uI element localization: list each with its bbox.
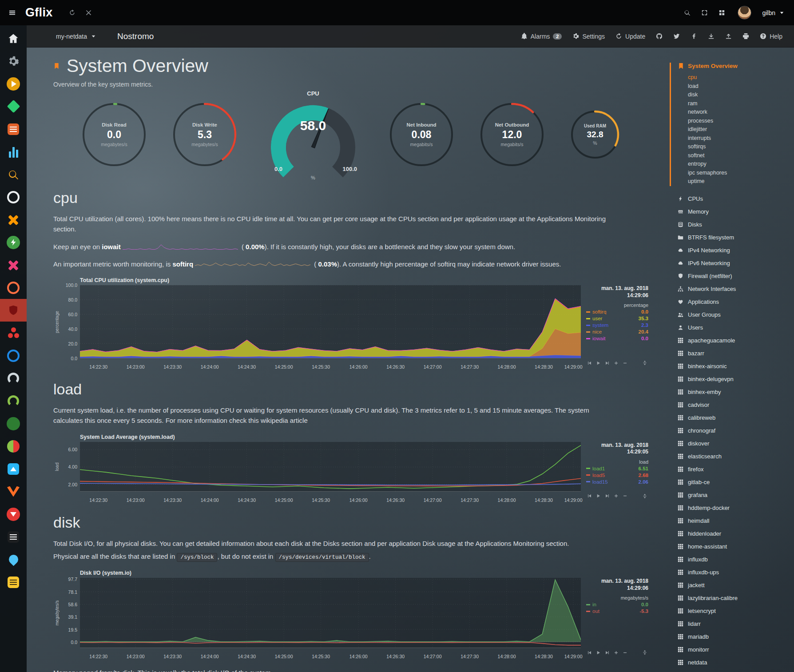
upload-icon[interactable] — [725, 33, 732, 40]
toc-item-softirqs[interactable]: softirqs — [688, 143, 790, 151]
toc-section-influxdb-ups[interactable]: influxdb-ups — [678, 566, 790, 579]
toc-section-disks[interactable]: Disks — [678, 218, 790, 231]
chart-zoom-out-button[interactable] — [623, 361, 627, 366]
chart-plot-area[interactable] — [80, 578, 581, 648]
toc-section-binhex-delugevpn[interactable]: binhex-delugevpn — [678, 373, 790, 386]
lazy-app-icon[interactable] — [0, 525, 27, 548]
cpu-chart[interactable]: Total CPU utilization (system.cpu)percen… — [53, 277, 648, 367]
split-circle-app-icon[interactable] — [0, 435, 27, 457]
toc-section-diskover[interactable]: diskover — [678, 437, 790, 450]
diamond-app-icon[interactable] — [0, 95, 27, 118]
search-icon[interactable] — [684, 9, 691, 16]
toc-item-load[interactable]: load — [688, 82, 790, 91]
bolt-circle-app-icon[interactable] — [0, 231, 27, 254]
toc-section-binhex-emby[interactable]: binhex-emby — [678, 386, 790, 398]
gear-icon[interactable] — [0, 50, 27, 72]
toc-item-interrupts[interactable]: interrupts — [688, 134, 790, 143]
home-icon[interactable] — [0, 27, 27, 50]
chart-resize-handle[interactable] — [642, 650, 647, 655]
toc-item-system-overview[interactable]: System Overview — [678, 63, 790, 69]
toc-section-gitlab-ce[interactable]: gitlab-ce — [678, 476, 790, 489]
toc-section-jackett[interactable]: jackett — [678, 579, 790, 592]
legend-row-system[interactable]: system2.3 — [586, 322, 648, 328]
legend-row-out[interactable]: out-5.3 — [586, 608, 648, 614]
chart-resize-handle[interactable] — [642, 360, 647, 366]
chart-play-button[interactable] — [596, 493, 601, 498]
github-icon[interactable] — [656, 33, 663, 40]
toc-item-processes[interactable]: processes — [688, 117, 790, 126]
chart-pan-right-button[interactable] — [605, 361, 610, 366]
chart-play-button[interactable] — [596, 361, 601, 366]
chart-pan-left-button[interactable] — [587, 493, 592, 498]
toc-section-calibreweb[interactable]: calibreweb — [678, 411, 790, 424]
toc-section-apacheguacamole[interactable]: apacheguacamole — [678, 334, 790, 347]
toc-section-firefox[interactable]: firefox — [678, 463, 790, 476]
chart-pan-left-button[interactable] — [587, 361, 592, 366]
camera-app-icon[interactable] — [0, 186, 27, 208]
toc-section-ipv4-networking[interactable]: IPv4 Networking — [678, 244, 790, 257]
hamburger-menu-icon[interactable] — [9, 9, 16, 16]
sab-app-icon[interactable] — [0, 571, 27, 593]
toc-section-grafana[interactable]: grafana — [678, 489, 790, 501]
cross-app-icon[interactable] — [0, 208, 27, 231]
chart-resize-handle[interactable] — [642, 493, 647, 499]
toc-section-chronograf[interactable]: chronograf — [678, 424, 790, 437]
net-inbound-gauge[interactable]: Net Inbound0.08megabits/s — [388, 101, 455, 168]
toc-section-binhex-airsonic[interactable]: binhex-airsonic — [678, 360, 790, 373]
drop-app-icon[interactable] — [0, 548, 27, 571]
toc-section-cpus[interactable]: CPUs — [678, 192, 790, 205]
chart-pan-right-button[interactable] — [605, 650, 610, 655]
facebook-icon[interactable] — [691, 33, 697, 40]
toc-item-ipc-semaphores[interactable]: ipc semaphores — [688, 169, 790, 178]
chart-zoom-in-button[interactable] — [614, 650, 619, 655]
twitter-icon[interactable] — [673, 33, 680, 40]
toc-item-entropy[interactable]: entropy — [688, 160, 790, 169]
toc-section-applications[interactable]: Applications — [678, 295, 790, 308]
legend-row-softirq[interactable]: softirq0.0 — [586, 309, 648, 314]
toc-section-home-assistant[interactable]: home-assistant — [678, 540, 790, 553]
print-icon[interactable] — [742, 33, 749, 40]
cpu-gauge[interactable]: CPU58.00.0100.0% — [262, 90, 364, 179]
toc-section-netdata[interactable]: netdata — [678, 656, 790, 669]
legend-row-load1[interactable]: load16.51 — [586, 466, 648, 471]
horseshoe-green-app-icon[interactable] — [0, 390, 27, 412]
legend-row-user[interactable]: user35.3 — [586, 316, 648, 321]
server-menu[interactable]: my-netdata — [56, 33, 97, 40]
toc-item-idlejitter[interactable]: idlejitter — [688, 125, 790, 134]
toc-section-heimdall[interactable]: heimdall — [678, 514, 790, 527]
toc-item-ram[interactable]: ram — [688, 99, 790, 108]
toc-section-influxdb[interactable]: influxdb — [678, 553, 790, 566]
disk-read-gauge[interactable]: Disk Read0.0megabytes/s — [81, 101, 147, 168]
toc-section-monitorr[interactable]: monitorr — [678, 643, 790, 656]
toc-section-bazarr[interactable]: bazarr — [678, 347, 790, 360]
toc-section-cadvisor[interactable]: cadvisor — [678, 398, 790, 411]
cloud-ring-app-icon[interactable] — [0, 344, 27, 367]
apps-grid-icon[interactable] — [719, 9, 725, 16]
update-button[interactable]: Update — [615, 33, 645, 40]
ring-app-icon[interactable] — [0, 276, 27, 299]
used-ram-gauge[interactable]: Used RAM32.8% — [569, 109, 621, 160]
leaf-circle-app-icon[interactable] — [0, 412, 27, 435]
legend-row-load15[interactable]: load152.06 — [586, 479, 648, 485]
toc-section-ipv6-networking[interactable]: IPv6 Networking — [678, 257, 790, 270]
net-outbound-gauge[interactable]: Net Outbound12.0megabits/s — [479, 101, 545, 168]
scissors-app-icon[interactable] — [0, 254, 27, 276]
toc-item-uptime[interactable]: uptime — [688, 177, 790, 186]
legend-row-in[interactable]: in0.0 — [586, 602, 648, 607]
toc-section-network-interfaces[interactable]: Network Interfaces — [678, 282, 790, 295]
legend-row-nice[interactable]: nice20.4 — [586, 329, 648, 334]
chart-pan-right-button[interactable] — [605, 493, 610, 498]
upload-square-app-icon[interactable] — [0, 457, 27, 480]
close-tab-icon[interactable] — [85, 9, 92, 16]
toc-item-cpu[interactable]: cpu — [688, 73, 790, 82]
download-circle-app-icon[interactable] — [0, 503, 27, 525]
chart-play-button[interactable] — [596, 650, 601, 655]
toc-section-lazylibrarian-calibre[interactable]: lazylibrarian-calibre — [678, 592, 790, 604]
load-chart[interactable]: System Load Average (system.load)load6.0… — [53, 434, 648, 501]
user-menu[interactable]: gilbn — [762, 9, 785, 16]
toc-section-elasticsearch[interactable]: elasticsearch — [678, 450, 790, 463]
chart-zoom-in-button[interactable] — [614, 493, 619, 498]
settings-button[interactable]: Settings — [572, 33, 605, 40]
toc-item-disk[interactable]: disk — [688, 91, 790, 99]
fullscreen-icon[interactable] — [701, 9, 708, 16]
